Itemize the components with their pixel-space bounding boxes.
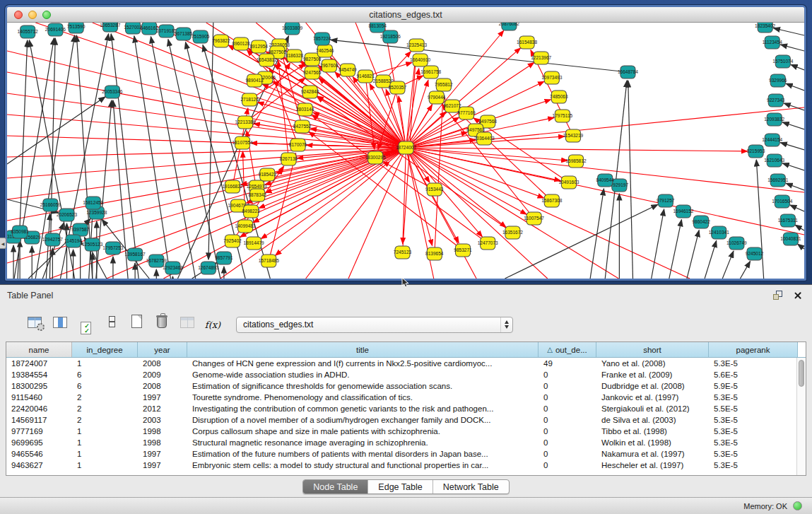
table-cell[interactable]: Franke et al. (2009) (596, 369, 709, 380)
table-cell[interactable]: 5.3E-5 (709, 358, 798, 369)
table-cell[interactable]: 19384554 (6, 369, 72, 380)
column-header-year[interactable]: year (138, 342, 187, 357)
table-cell[interactable]: 14569117 (6, 414, 72, 426)
tab-edge-table[interactable]: Edge Table (367, 480, 432, 493)
table-cell[interactable]: Estimation of significance thresholds fo… (187, 380, 539, 392)
table-cell[interactable]: 18300295 (6, 380, 72, 392)
table-cell[interactable]: 5.3E-5 (709, 414, 798, 426)
table-cell[interactable]: Tibbo et al. (1998) (596, 426, 709, 437)
table-cell[interactable]: 49 (539, 358, 596, 369)
table-cell[interactable]: 5.3E-5 (709, 437, 798, 448)
table-cell[interactable]: Jankovic et al. (1997) (596, 392, 709, 403)
import-table-button[interactable] (177, 312, 198, 333)
table-cell[interactable]: 1 (72, 460, 138, 471)
table-cell[interactable]: Structural magnetic resonance image aver… (187, 437, 539, 448)
table-cell[interactable]: 5.9E-5 (709, 380, 798, 392)
table-cell[interactable]: 2 (72, 392, 138, 403)
table-cell[interactable]: 6 (72, 380, 138, 392)
table-cell[interactable]: Nakamura et al. (1997) (596, 448, 709, 460)
scrollbar-thumb[interactable] (799, 360, 804, 387)
table-row[interactable]: 946362711997Embryonic stem cells: a mode… (6, 460, 806, 471)
column-header-pagerank[interactable]: pagerank (709, 342, 798, 357)
new-document-button[interactable] (126, 311, 147, 332)
table-cell[interactable]: Embryonic stem cells: a model to study s… (187, 460, 539, 471)
delete-table-button[interactable] (151, 310, 172, 332)
table-cell[interactable]: 1997 (138, 392, 187, 403)
table-cell[interactable]: 0 (539, 369, 596, 380)
row-height-button[interactable] (100, 311, 122, 332)
table-cell[interactable]: Disruption of a novel member of a sodium… (187, 414, 539, 426)
table-cell[interactable]: 1 (72, 426, 138, 437)
table-cell[interactable]: 2 (72, 403, 138, 414)
table-settings-button[interactable] (24, 312, 45, 333)
table-cell[interactable]: Genome-wide association studies in ADHD. (187, 369, 539, 380)
table-cell[interactable]: 0 (539, 437, 596, 448)
table-cell[interactable]: Estimation of the future numbers of pati… (187, 448, 539, 460)
table-cell[interactable]: 1 (72, 358, 138, 369)
float-panel-icon[interactable] (773, 291, 782, 300)
table-row[interactable]: 977716911998Corpus callosum shape and si… (6, 426, 806, 437)
table-cell[interactable]: Yano et al. (2008) (596, 358, 709, 369)
table-cell[interactable]: 0 (539, 414, 596, 426)
table-cell[interactable]: Stergiakouli et al. (2012) (596, 403, 709, 414)
close-panel-icon[interactable] (794, 291, 802, 300)
table-cell[interactable]: de Silva et al. (2003) (596, 414, 709, 426)
table-cell[interactable]: 5.3E-5 (709, 460, 798, 471)
network-graph[interactable]: 1872400779638228960128891295423226058982… (7, 23, 804, 279)
table-cell[interactable]: Tourette syndrome. Phenomenology and cla… (187, 392, 539, 403)
table-cell[interactable]: Hescheler et al. (1997) (596, 460, 709, 471)
table-cell[interactable]: 0 (539, 460, 596, 471)
collapse-panel-arrow[interactable]: ◀ (0, 238, 6, 249)
table-row[interactable]: 1830029562008Estimation of significance … (6, 380, 806, 392)
table-cell[interactable]: 1998 (138, 437, 187, 448)
table-row[interactable]: 1938455462009Genome-wide association stu… (6, 369, 806, 380)
table-row[interactable]: 1456911722003Disruption of a novel membe… (6, 414, 806, 426)
table-cell[interactable]: Investigating the contribution of common… (187, 403, 539, 414)
table-cell[interactable]: Dudbridge et al. (2008) (596, 380, 709, 392)
table-cell[interactable]: Wolkin et al. (1998) (596, 437, 709, 448)
table-cell[interactable]: 0 (539, 380, 596, 392)
table-cell[interactable]: 2008 (138, 358, 187, 369)
table-cell[interactable]: 9699695 (6, 437, 72, 448)
table-row[interactable]: 911546021997Tourette syndrome. Phenomeno… (6, 392, 806, 403)
table-cell[interactable]: 1 (72, 437, 138, 448)
table-row[interactable]: 946554611997Estimation of the future num… (6, 448, 806, 460)
table-cell[interactable]: 5.3E-5 (709, 392, 798, 403)
table-cell[interactable]: 18724007 (6, 358, 72, 369)
table-cell[interactable]: 2009 (138, 369, 187, 380)
table-cell[interactable]: 22420046 (6, 403, 72, 414)
table-cell[interactable]: 5.6E-5 (709, 369, 798, 380)
column-header-in_degree[interactable]: in_degree (72, 342, 138, 357)
table-row[interactable]: 1872400712008Changes of HCN gene express… (6, 358, 806, 369)
vertical-scrollbar[interactable] (796, 358, 806, 475)
table-cell[interactable]: 9115460 (6, 392, 72, 403)
table-cell[interactable]: 6 (72, 369, 138, 380)
network-table-selector[interactable]: citations_edges.txt (236, 317, 513, 333)
show-columns-button[interactable] (49, 312, 71, 333)
table-cell[interactable]: 1997 (138, 460, 187, 471)
column-header-short[interactable]: short (596, 342, 709, 357)
table-cell[interactable]: 5.3E-5 (709, 426, 798, 437)
table-cell[interactable]: 2003 (138, 414, 187, 426)
table-cell[interactable]: 5.5E-5 (709, 403, 798, 414)
column-header-name[interactable]: name (6, 342, 72, 357)
table-cell[interactable]: 9463627 (6, 460, 72, 471)
table-cell[interactable]: 9777169 (6, 426, 72, 437)
network-window-titlebar[interactable]: citations_edges.txt (7, 7, 804, 23)
table-cell[interactable]: 2008 (138, 380, 187, 392)
tab-network-table[interactable]: Network Table (433, 480, 509, 493)
table-cell[interactable]: Corpus callosum shape and size in male p… (187, 426, 539, 437)
table-cell[interactable]: 1997 (138, 448, 187, 460)
table-cell[interactable]: 0 (539, 403, 596, 414)
table-cell[interactable]: 0 (539, 448, 596, 460)
table-cell[interactable]: Changes of HCN gene expression and I(f) … (187, 358, 539, 369)
table-row[interactable]: 2242004622012Investigating the contribut… (6, 403, 806, 414)
tab-node-table[interactable]: Node Table (303, 480, 367, 493)
function-builder-button[interactable] (202, 315, 223, 336)
table-cell[interactable]: 9465546 (6, 448, 72, 460)
table-cell[interactable]: 0 (539, 426, 596, 437)
table-cell[interactable]: 1998 (138, 426, 187, 437)
column-header-out_de[interactable]: △out_de... (539, 342, 596, 357)
table-cell[interactable]: 2 (72, 414, 138, 426)
select-rows-button[interactable] (75, 317, 96, 339)
